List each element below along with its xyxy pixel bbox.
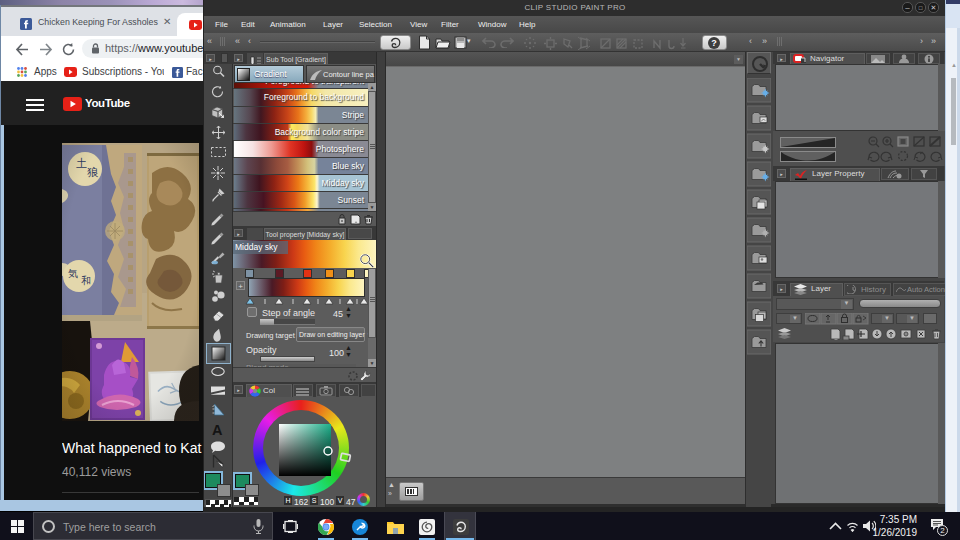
svg-text:A: A (212, 422, 223, 438)
